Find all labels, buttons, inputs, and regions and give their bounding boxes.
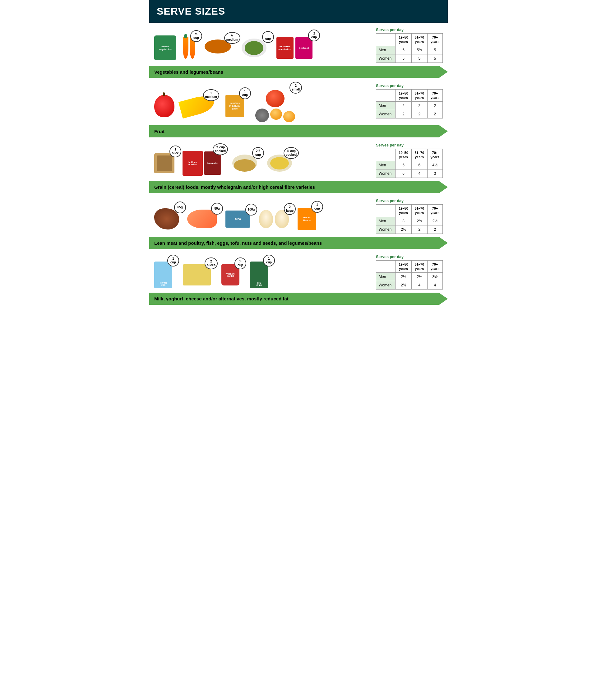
- food-images-vegetables: frozenvegetables ½cup ½medium: [154, 28, 371, 62]
- serves-panel-meat: Serves per day 19–50years 51–70years 70+…: [376, 199, 443, 234]
- serves-table-fruit: 19–50years 51–70years 70+years Men 2 2 2…: [376, 89, 443, 119]
- th-1950-grain: 19–50years: [396, 149, 412, 161]
- banner-grain: Grain (cereal) foods, mostly wholegrain …: [149, 181, 448, 193]
- table-row-women-grain: Women 6 4 3: [376, 170, 443, 178]
- section-vegetables: frozenvegetables ½cup ½medium: [149, 23, 448, 78]
- kiwi-apricot-row: [255, 108, 295, 122]
- th-5170-fruit: 51–70years: [412, 89, 427, 102]
- td-women-veg-5170: 5: [412, 54, 427, 62]
- th-blank-meat: [376, 205, 396, 217]
- food-item-steak: 65g: [154, 208, 179, 229]
- banner-vegetables: Vegetables and legumes/beans: [149, 66, 448, 78]
- frozen-veg-bag: frozenvegetables: [154, 35, 176, 60]
- bubble-milk: 1cup: [167, 255, 179, 267]
- td-men-dairy-5170: 2½: [412, 273, 427, 281]
- food-images-grain: 1slice hokkiennoodles brown rice ½ cupco…: [154, 143, 371, 177]
- bubble-pasta: ½ cupcooked: [283, 147, 299, 159]
- th-1950-meat: 19–50years: [396, 205, 412, 217]
- food-item-peach-can: peachesin naturaljuice 1cup: [225, 95, 244, 117]
- td-men-fruit-70plus: 2: [427, 102, 443, 110]
- bubble-carrots: ½cup: [190, 30, 202, 42]
- serves-panel-grain: Serves per day 19–50years 51–70years 70+…: [376, 143, 443, 178]
- bread-inner: [157, 155, 172, 171]
- th-1950-fruit: 19–50years: [396, 89, 412, 102]
- table-row-men-grain: Men 6 6 4½: [376, 161, 443, 170]
- banner-dairy: Milk, yoghurt, cheese and/or alternative…: [149, 293, 448, 305]
- td-men-veg-5170: 5½: [412, 46, 427, 54]
- milk-carton-shape: low fatmilk: [154, 261, 172, 288]
- food-item-baked-beans: bakedBeans 1cup: [298, 208, 316, 230]
- serves-table-veg: 19–50years 51–70years 70+years Men 6 5½ …: [376, 33, 443, 63]
- th-5170-veg: 51–70years: [412, 33, 427, 46]
- td-men-fruit-5170: 2: [412, 102, 427, 110]
- beetroot-can-shape: beetroot: [295, 37, 313, 59]
- th-70plus-dairy: 70+years: [427, 260, 443, 273]
- pasta-inner: [270, 157, 289, 170]
- banner-fruit: Fruit: [149, 125, 448, 138]
- banner-meat: Lean meat and poultry, fish, eggs, tofu,…: [149, 237, 448, 249]
- th-70plus-meat: 70+years: [427, 205, 443, 217]
- food-item-soy: soydrink 1cup: [250, 261, 268, 288]
- serves-table-meat: 19–50years 51–70years 70+years Men 3 2½ …: [376, 204, 443, 234]
- th-blank-fruit: [376, 89, 396, 102]
- bubble-sweet-potato: ½medium: [224, 32, 240, 44]
- serves-per-day-label-meat: Serves per day: [376, 199, 443, 203]
- section-meat: 65g 80g tuna 100g 2large bakedBeans 1cup: [149, 194, 448, 249]
- page-title: SERVE SIZES: [157, 6, 440, 17]
- td-men-veg-1950: 6: [396, 46, 412, 54]
- table-row-women-meat: Women 2½ 2 2: [376, 225, 443, 233]
- food-item-carrots: ½cup: [183, 37, 195, 59]
- th-70plus-fruit: 70+years: [427, 89, 443, 102]
- section-dairy: low fatmilk 1cup 2slices yoghurtlow fat …: [149, 250, 448, 305]
- bubble-noodles: ½ cupcooked: [213, 143, 228, 155]
- food-item-banana: 1medium: [180, 97, 214, 115]
- td-men-fruit: Men: [376, 102, 396, 110]
- food-item-bread: 1slice: [154, 153, 174, 173]
- serves-panel-dairy: Serves per day 19–50years 51–70years 70+…: [376, 255, 443, 290]
- td-men-dairy-1950: 2½: [396, 273, 412, 281]
- th-5170-grain: 51–70years: [412, 149, 427, 161]
- td-men-dairy: Men: [376, 273, 396, 281]
- th-5170-dairy: 51–70years: [412, 260, 427, 273]
- serves-per-day-label-veg: Serves per day: [376, 28, 443, 32]
- table-row-men-veg: Men 6 5½ 5: [376, 46, 443, 54]
- td-men-meat-1950: 3: [396, 217, 412, 225]
- td-women-veg-1950: 5: [396, 54, 412, 62]
- banner-label-meat: Lean meat and poultry, fish, eggs, tofu,…: [154, 241, 322, 246]
- carrot-1: [183, 37, 189, 59]
- banner-label-fruit: Fruit: [154, 129, 165, 134]
- section-grain: 1slice hokkiennoodles brown rice ½ cupco…: [149, 138, 448, 194]
- serves-panel-fruit: Serves per day 19–50years 51–70years 70+…: [376, 84, 443, 119]
- th-1950-dairy: 19–50years: [396, 260, 412, 273]
- table-row-men-fruit: Men 2 2 2: [376, 102, 443, 110]
- td-men-dairy-70plus: 3½: [427, 273, 443, 281]
- td-women-fruit: Women: [376, 110, 396, 119]
- table-row-men-dairy: Men 2½ 2½ 3½: [376, 273, 443, 281]
- bubble-grain-bowl: 2/3cup: [252, 147, 264, 159]
- bubble-cheese: 2slices: [205, 257, 218, 269]
- bubble-banana: 1medium: [203, 89, 219, 101]
- food-images-fruit: 1medium peachesin naturaljuice 1cup 2sma…: [154, 84, 371, 122]
- td-men-grain: Men: [376, 161, 396, 170]
- bubble-bread: 1slice: [170, 146, 181, 157]
- td-women-veg: Women: [376, 54, 396, 62]
- apple-shape: [154, 95, 174, 117]
- bubble-peach-can: 1cup: [239, 88, 251, 99]
- grain-bowl-inner: [234, 159, 255, 172]
- td-men-fruit-1950: 2: [396, 102, 412, 110]
- th-blank-veg: [376, 33, 396, 46]
- td-women-grain-70plus: 3: [427, 170, 443, 178]
- td-women-veg-70plus: 5: [427, 54, 443, 62]
- bubble-eggs: 2large: [284, 203, 296, 215]
- apricot-1: [270, 108, 282, 120]
- td-women-dairy-5170: 4: [412, 281, 427, 290]
- food-item-salad: 1cup: [242, 39, 267, 57]
- kiwi-shape: [255, 108, 269, 122]
- food-item-eggs: 2large: [259, 210, 289, 228]
- food-item-frozen-veg: frozenvegetables: [154, 35, 176, 60]
- td-women-fruit-70plus: 2: [427, 110, 443, 119]
- banner-label-grain: Grain (cereal) foods, mostly wholegrain …: [154, 184, 315, 190]
- bubble-beans: 1cup: [311, 201, 323, 213]
- fruit-group: [255, 90, 295, 122]
- td-men-meat: Men: [376, 217, 396, 225]
